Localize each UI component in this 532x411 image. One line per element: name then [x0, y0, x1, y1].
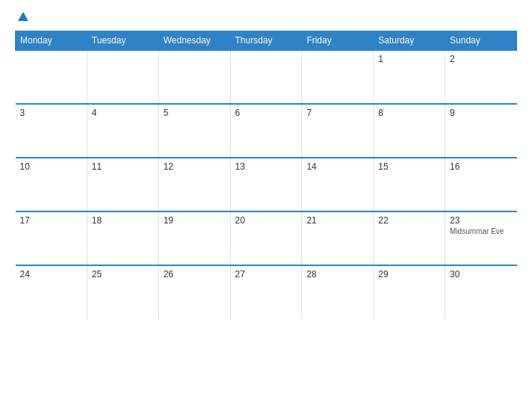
day-cell: [16, 50, 87, 104]
weekday-header-tuesday: Tuesday: [87, 31, 158, 51]
weekday-header-wednesday: Wednesday: [158, 31, 230, 51]
day-cell: 16: [445, 158, 517, 211]
day-cell: 14: [302, 158, 374, 211]
day-cell: 11: [87, 158, 158, 211]
day-number: 13: [235, 161, 297, 172]
day-number: 9: [450, 108, 512, 118]
day-cell: 4: [87, 104, 158, 158]
day-cell: 10: [16, 158, 87, 211]
day-number: 30: [450, 269, 512, 279]
day-event: Midsummar Eve: [450, 227, 512, 235]
day-cell: 30: [445, 265, 517, 319]
day-cell: 3: [16, 104, 87, 158]
day-number: 27: [235, 269, 297, 279]
day-number: 28: [306, 269, 368, 279]
day-cell: 21: [302, 211, 374, 265]
day-number: 6: [235, 108, 297, 118]
day-number: 8: [378, 108, 440, 118]
day-cell: 7: [302, 104, 374, 158]
day-cell: 8: [374, 104, 445, 158]
day-number: 2: [450, 54, 512, 64]
day-number: 19: [164, 215, 226, 226]
day-number: 14: [306, 161, 368, 172]
day-number: 16: [450, 161, 512, 172]
logo-triangle-icon: [18, 12, 28, 21]
weekday-header-monday: Monday: [16, 31, 87, 51]
day-cell: 17: [16, 211, 87, 265]
week-row-2: 3456789: [16, 104, 517, 158]
weekday-header-saturday: Saturday: [374, 31, 445, 51]
day-number: 3: [20, 108, 82, 118]
logo-blue-row: [15, 12, 28, 22]
week-row-3: 10111213141516: [16, 158, 517, 211]
week-row-4: 17181920212223Midsummar Eve: [16, 211, 517, 265]
day-number: 24: [20, 269, 82, 279]
day-cell: 12: [158, 158, 230, 211]
weekday-header-sunday: Sunday: [445, 31, 517, 51]
weekday-header-friday: Friday: [302, 31, 374, 51]
day-number: 1: [378, 54, 440, 64]
day-cell: 27: [230, 265, 302, 319]
day-cell: 23Midsummar Eve: [445, 211, 517, 265]
day-number: 5: [164, 108, 226, 118]
day-number: 20: [235, 215, 297, 226]
day-number: 23: [450, 215, 512, 226]
day-number: 18: [92, 215, 154, 226]
day-cell: 25: [87, 265, 158, 319]
logo: [15, 12, 28, 22]
day-number: 17: [20, 215, 82, 226]
day-cell: 6: [230, 104, 302, 158]
day-number: 22: [378, 215, 440, 226]
day-cell: 26: [158, 265, 230, 319]
day-cell: [87, 50, 158, 104]
weekday-header-thursday: Thursday: [230, 31, 302, 51]
day-number: 10: [20, 161, 82, 172]
header: [15, 12, 517, 22]
day-cell: 1: [374, 50, 445, 104]
day-cell: 20: [230, 211, 302, 265]
day-cell: 13: [230, 158, 302, 211]
day-number: 29: [378, 269, 440, 279]
calendar-table: MondayTuesdayWednesdayThursdayFridaySatu…: [15, 31, 517, 319]
day-number: 4: [92, 108, 154, 118]
day-number: 7: [306, 108, 368, 118]
day-cell: 29: [374, 265, 445, 319]
day-cell: 2: [445, 50, 517, 104]
day-cell: 19: [158, 211, 230, 265]
day-number: 11: [92, 161, 154, 172]
day-cell: [230, 50, 302, 104]
day-cell: 9: [445, 104, 517, 158]
day-cell: 28: [302, 265, 374, 319]
day-cell: 24: [16, 265, 87, 319]
weekday-header-row: MondayTuesdayWednesdayThursdayFridaySatu…: [16, 31, 517, 51]
day-cell: 5: [158, 104, 230, 158]
week-row-5: 24252627282930: [16, 265, 517, 319]
week-row-1: 12: [16, 50, 517, 104]
day-number: 12: [164, 161, 226, 172]
day-number: 25: [92, 269, 154, 279]
day-number: 21: [306, 215, 368, 226]
day-cell: [158, 50, 230, 104]
day-cell: [302, 50, 374, 104]
day-cell: 15: [374, 158, 445, 211]
day-cell: 22: [374, 211, 445, 265]
day-number: 26: [164, 269, 226, 279]
day-cell: 18: [87, 211, 158, 265]
calendar-page: MondayTuesdayWednesdayThursdayFridaySatu…: [0, 0, 532, 411]
day-number: 15: [378, 161, 440, 172]
